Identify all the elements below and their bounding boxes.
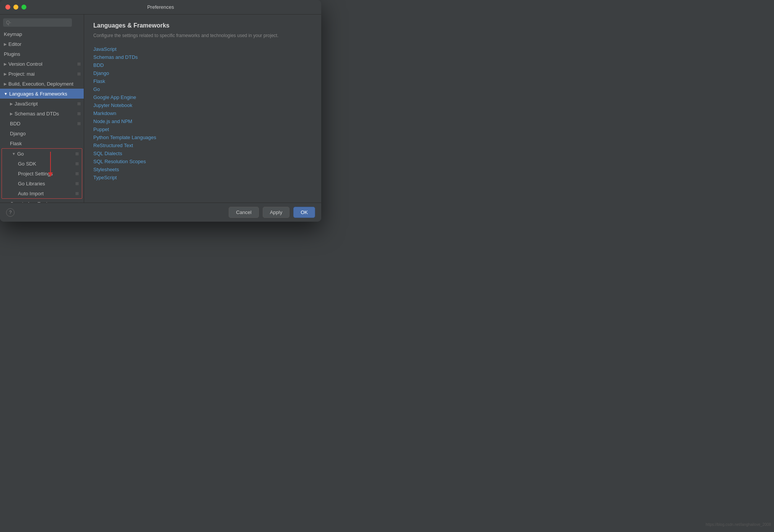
cancel-button[interactable]: Cancel xyxy=(229,207,259,218)
main-content: Keymap ▶ Editor Plugins ▶ Version Contro… xyxy=(0,15,321,203)
sidebar-item-label: Go xyxy=(17,151,24,157)
expand-icon: ▶ xyxy=(4,82,7,86)
app-body: Keymap ▶ Editor Plugins ▶ Version Contro… xyxy=(0,15,321,222)
sidebar-item-label: BDD xyxy=(10,121,20,127)
sidebar-item-label: Auto Import xyxy=(18,191,44,196)
markdown-link[interactable]: Markdown xyxy=(93,110,116,116)
settings-icon: ⊞ xyxy=(77,62,81,66)
sidebar-item-project-mai[interactable]: ▶ Project: mai ⊞ xyxy=(0,69,84,79)
sidebar-item-schemas-dtds[interactable]: ▶ Schemas and DTDs ⊞ xyxy=(0,109,84,118)
list-item: Markdown xyxy=(93,109,312,117)
list-item: ReStructured Text xyxy=(93,141,312,149)
sidebar-item-label: Build, Execution, Deployment xyxy=(8,81,73,87)
list-item: Stylesheets xyxy=(93,165,312,174)
sidebar-item-google-app-engine[interactable]: Google App Engine ⊞ xyxy=(0,199,84,203)
settings-icon: ⊞ xyxy=(75,161,79,166)
sidebar-item-plugins[interactable]: Plugins xyxy=(0,49,84,59)
expand-icon: ▶ xyxy=(10,112,13,116)
list-item: Flask xyxy=(93,77,312,85)
sidebar-item-flask[interactable]: Flask xyxy=(0,138,84,148)
footer-left: ? xyxy=(6,208,15,217)
sidebar-item-label: Version Control xyxy=(8,61,42,67)
settings-icon: ⊞ xyxy=(77,71,81,76)
sidebar-item-django[interactable]: Django xyxy=(0,128,84,138)
sidebar-item-label: Project: mai xyxy=(8,71,35,77)
settings-icon: ⊞ xyxy=(75,151,79,156)
javascript-link[interactable]: JavaScript xyxy=(93,46,117,52)
sidebar-item-editor[interactable]: ▶ Editor xyxy=(0,39,84,49)
expand-icon: ▶ xyxy=(4,72,7,76)
schemas-dtds-link[interactable]: Schemas and DTDs xyxy=(93,54,138,60)
django-link[interactable]: Django xyxy=(93,70,109,76)
window-title: Preferences xyxy=(147,4,174,10)
expand-icon: ▼ xyxy=(12,152,16,156)
ok-button[interactable]: OK xyxy=(293,207,315,218)
sidebar-item-label: Django xyxy=(10,131,26,136)
sidebar-item-label: Flask xyxy=(10,141,22,146)
sidebar-item-project-settings[interactable]: Project Settings ⊞ xyxy=(2,169,82,178)
window-controls xyxy=(5,5,26,10)
nodejs-npm-link[interactable]: Node.js and NPM xyxy=(93,118,132,124)
sidebar-item-label: Languages & Frameworks xyxy=(9,91,67,97)
sidebar-item-label: Project Settings xyxy=(18,171,53,177)
sidebar-item-go[interactable]: ▼ Go ⊞ xyxy=(2,149,82,159)
minimize-button[interactable] xyxy=(13,5,18,10)
sidebar-item-keymap[interactable]: Keymap xyxy=(0,29,84,39)
expand-icon: ▼ xyxy=(4,92,8,96)
sidebar-item-label: Schemas and DTDs xyxy=(15,111,59,117)
typescript-link[interactable]: TypeScript xyxy=(93,175,117,180)
go-link[interactable]: Go xyxy=(93,86,100,92)
list-item: TypeScript xyxy=(93,174,312,182)
footer: ? https://blog.csdn.net/langhailove_2008… xyxy=(0,203,321,222)
expand-icon: ▶ xyxy=(4,62,7,66)
sidebar-item-label: JavaScript xyxy=(15,101,38,107)
python-template-link[interactable]: Python Template Languages xyxy=(93,135,156,140)
footer-right: Cancel Apply OK xyxy=(229,207,315,218)
panel-title: Languages & Frameworks xyxy=(93,22,312,29)
list-item: JavaScript xyxy=(93,45,312,53)
sidebar-item-build-exec[interactable]: ▶ Build, Execution, Deployment xyxy=(0,79,84,89)
list-item: Puppet xyxy=(93,125,312,133)
sidebar-item-label: Google App Engine xyxy=(10,201,53,203)
settings-icon: ⊞ xyxy=(77,111,81,116)
go-group: ▼ Go ⊞ Go SDK xyxy=(2,148,82,199)
expand-icon: ▶ xyxy=(10,102,13,106)
settings-icon: ⊞ xyxy=(77,201,81,203)
google-app-engine-link[interactable]: Google App Engine xyxy=(93,94,136,100)
search-input[interactable] xyxy=(3,18,72,27)
list-item: Python Template Languages xyxy=(93,133,312,141)
settings-icon: ⊞ xyxy=(75,181,79,186)
settings-icon: ⊞ xyxy=(77,101,81,106)
bdd-link[interactable]: BDD xyxy=(93,62,104,68)
puppet-link[interactable]: Puppet xyxy=(93,127,109,132)
list-item: Django xyxy=(93,69,312,77)
list-item: SQL Dialects xyxy=(93,149,312,157)
apply-button[interactable]: Apply xyxy=(263,207,290,218)
settings-icon: ⊞ xyxy=(75,191,79,196)
sidebar-item-label: Plugins xyxy=(4,51,20,57)
help-button[interactable]: ? xyxy=(6,208,15,217)
sql-resolution-scopes-link[interactable]: SQL Resolution Scopes xyxy=(93,159,146,164)
sidebar-item-label: Go SDK xyxy=(18,161,36,167)
list-item: BDD xyxy=(93,61,312,69)
sidebar-item-version-control[interactable]: ▶ Version Control ⊞ xyxy=(0,59,84,69)
sidebar-item-go-libraries[interactable]: Go Libraries ⊞ xyxy=(2,178,82,188)
content-panel: Languages & Frameworks Configure the set… xyxy=(84,15,321,203)
stylesheets-link[interactable]: Stylesheets xyxy=(93,167,119,172)
restructured-text-link[interactable]: ReStructured Text xyxy=(93,143,133,148)
sidebar-item-go-sdk[interactable]: Go SDK ⊞ xyxy=(2,159,82,169)
links-list: JavaScript Schemas and DTDs BDD Django F… xyxy=(93,45,312,182)
sidebar-item-bdd[interactable]: BDD ⊞ xyxy=(0,118,84,128)
sidebar-item-javascript[interactable]: ▶ JavaScript ⊞ xyxy=(0,99,84,109)
sidebar-item-label: Go Libraries xyxy=(18,181,45,187)
flask-link[interactable]: Flask xyxy=(93,78,105,84)
close-button[interactable] xyxy=(5,5,10,10)
sidebar-item-label: Keymap xyxy=(4,31,22,37)
sidebar-item-languages-frameworks[interactable]: ▼ Languages & Frameworks xyxy=(0,89,84,99)
sidebar-item-auto-import[interactable]: Auto Import ⊞ xyxy=(2,188,82,198)
sql-dialects-link[interactable]: SQL Dialects xyxy=(93,151,122,156)
jupyter-link[interactable]: Jupyter Notebook xyxy=(93,102,132,108)
maximize-button[interactable] xyxy=(21,5,26,10)
sidebar: Keymap ▶ Editor Plugins ▶ Version Contro… xyxy=(0,15,84,203)
settings-icon: ⊞ xyxy=(77,121,81,126)
